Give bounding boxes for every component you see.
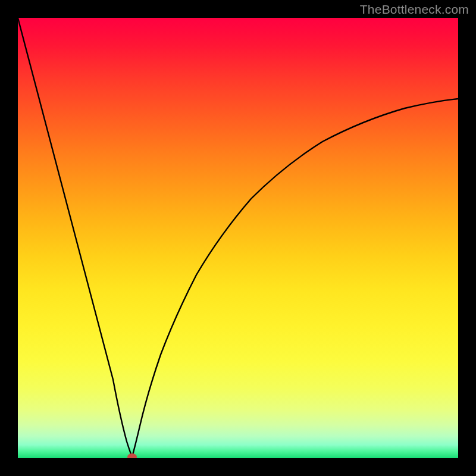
curve-svg [18,18,458,458]
watermark-text: TheBottleneck.com [360,2,469,17]
chart-frame: TheBottleneck.com [0,0,476,476]
bottleneck-marker [127,453,137,458]
left-branch-curve [18,18,132,457]
right-branch-curve [132,99,458,457]
plot-area [18,18,458,458]
